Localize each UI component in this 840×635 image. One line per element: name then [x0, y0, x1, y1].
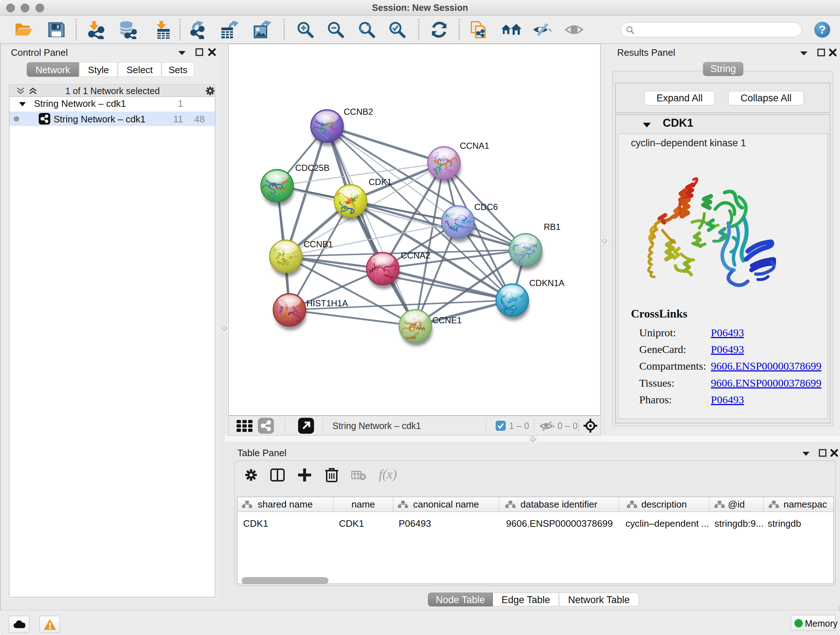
- svg-text:CDC6: CDC6: [474, 202, 498, 212]
- svg-text:CCNA1: CCNA1: [460, 141, 489, 150]
- svg-text:RB1: RB1: [544, 222, 561, 232]
- svg-text:CCNB2: CCNB2: [344, 107, 373, 117]
- svg-text:CDK1: CDK1: [369, 177, 392, 187]
- svg-text:CCNB1: CCNB1: [303, 239, 333, 249]
- svg-text:HIST1H1A: HIST1H1A: [306, 298, 348, 308]
- svg-text:CDC25B: CDC25B: [295, 163, 330, 173]
- svg-text:CCNE1: CCNE1: [432, 315, 462, 325]
- svg-text:CDKN1A: CDKN1A: [529, 278, 564, 288]
- svg-text:CCNA2: CCNA2: [401, 250, 430, 260]
